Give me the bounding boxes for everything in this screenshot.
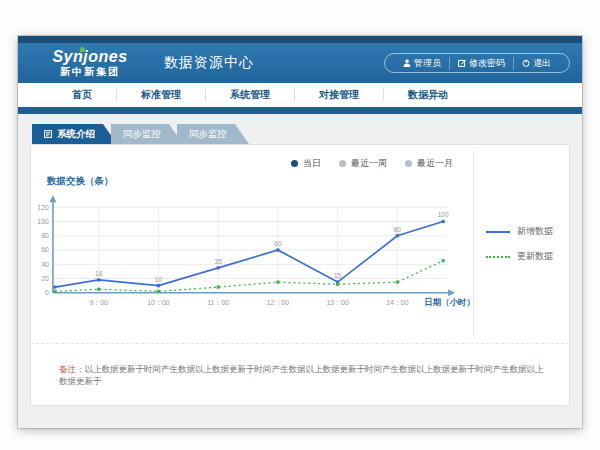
svg-text:100: 100 xyxy=(438,211,449,218)
document-icon xyxy=(44,129,52,140)
radio-today[interactable]: 当日 xyxy=(291,157,321,170)
radio-label: 最近一月 xyxy=(417,157,453,170)
logo-text: Synjones xyxy=(30,49,150,65)
tab-bar: 系统介绍 同步监控 同步监控 xyxy=(30,124,570,144)
logo-leaf-icon xyxy=(80,47,85,52)
window-top-strip xyxy=(18,36,582,43)
note-text: 以上数据更新于时间产生数据以上数据更新于时间产生数据以上数据更新于时间产生数据以… xyxy=(59,364,544,386)
change-password-button[interactable]: 修改密码 xyxy=(449,57,513,70)
svg-text:100: 100 xyxy=(37,218,49,225)
legend-label: 更新数据 xyxy=(517,250,553,263)
nav-item-data-changes[interactable]: 数据异动 xyxy=(384,88,472,102)
admin-label: 管理员 xyxy=(414,57,441,70)
radio-label: 当日 xyxy=(303,157,321,170)
radio-unselected-icon xyxy=(339,160,346,167)
chart-card: 当日 最近一周 最近一月 数据交换（条） 0204060801 xyxy=(30,144,570,406)
tab-label: 系统介绍 xyxy=(57,128,95,141)
footer-gap xyxy=(30,406,570,426)
svg-text:60: 60 xyxy=(274,240,282,247)
legend-updated-data: 更新数据 xyxy=(486,250,569,263)
blue-line-icon xyxy=(486,231,510,233)
power-icon xyxy=(522,59,530,67)
svg-text:14：00: 14：00 xyxy=(386,299,409,306)
company-logo: Synjones 新中新集团 xyxy=(30,49,150,77)
line-chart: 0204060801001209：0010：0011：0012：0013：001… xyxy=(37,193,475,311)
legend-label: 新增数据 xyxy=(517,225,553,238)
svg-text:120: 120 xyxy=(37,204,49,211)
svg-text:18: 18 xyxy=(95,270,103,277)
nav-item-standards[interactable]: 标准管理 xyxy=(117,88,205,102)
chart-wrapper: 0204060801001209：0010：0011：0012：0013：001… xyxy=(37,193,475,315)
radio-unselected-icon xyxy=(405,160,412,167)
change-password-label: 修改密码 xyxy=(469,57,505,70)
logo-subtitle: 新中新集团 xyxy=(30,67,150,77)
radio-last-month[interactable]: 最近一月 xyxy=(405,157,453,170)
app-window: Synjones 新中新集团 数据资源中心 管理员 修改密码 xyxy=(18,36,582,428)
edit-icon xyxy=(458,59,466,67)
svg-text:60: 60 xyxy=(41,246,49,253)
nav-item-system[interactable]: 系统管理 xyxy=(206,88,294,102)
main-nav: 首页 标准管理 系统管理 对接管理 数据异动 xyxy=(18,83,582,107)
svg-text:10：00: 10：00 xyxy=(147,299,170,306)
svg-text:35: 35 xyxy=(215,258,223,265)
svg-text:80: 80 xyxy=(41,232,49,239)
svg-text:12：00: 12：00 xyxy=(267,299,290,306)
svg-text:10: 10 xyxy=(155,276,163,283)
app-header: Synjones 新中新集团 数据资源中心 管理员 修改密码 xyxy=(18,43,582,83)
chart-section: 当日 最近一周 最近一月 数据交换（条） 0204060801 xyxy=(31,145,569,343)
svg-text:20: 20 xyxy=(41,275,49,282)
y-axis-title: 数据交换（条） xyxy=(47,175,114,188)
nav-item-home[interactable]: 首页 xyxy=(48,88,116,102)
chart-legend: 新增数据 更新数据 xyxy=(473,151,569,337)
nav-item-interface[interactable]: 对接管理 xyxy=(295,88,383,102)
radio-label: 最近一周 xyxy=(351,157,387,170)
admin-user-button[interactable]: 管理员 xyxy=(395,57,449,70)
tab-label: 同步监控 xyxy=(189,128,227,141)
user-icon xyxy=(403,59,411,67)
radio-last-week[interactable]: 最近一周 xyxy=(339,157,387,170)
svg-text:15: 15 xyxy=(334,272,342,279)
time-range-selector: 当日 最近一周 最近一月 xyxy=(291,157,453,170)
page-background: Synjones 新中新集团 数据资源中心 管理员 修改密码 xyxy=(0,0,600,450)
svg-text:80: 80 xyxy=(394,226,402,233)
svg-text:0: 0 xyxy=(45,289,49,296)
tab-sync-monitor-2[interactable]: 同步监控 xyxy=(177,124,249,144)
logout-button[interactable]: 退出 xyxy=(513,57,559,70)
tab-sync-monitor-1[interactable]: 同步监控 xyxy=(111,124,183,144)
note-label: 备注： xyxy=(59,364,85,374)
svg-text:9：00: 9：00 xyxy=(89,299,108,306)
page-title: 数据资源中心 xyxy=(164,54,254,72)
green-dotted-line-icon xyxy=(486,256,510,258)
logout-label: 退出 xyxy=(533,57,551,70)
svg-text:13：00: 13：00 xyxy=(326,299,349,306)
radio-selected-icon xyxy=(291,160,298,167)
tab-system-intro[interactable]: 系统介绍 xyxy=(32,124,117,144)
legend-new-data: 新增数据 xyxy=(486,225,569,238)
note-section: 备注：以上数据更新于时间产生数据以上数据更新于时间产生数据以上数据更新于时间产生… xyxy=(31,343,569,405)
nav-underline-bar xyxy=(18,107,582,114)
user-menu: 管理员 修改密码 退出 xyxy=(384,53,570,73)
tab-label: 同步监控 xyxy=(123,128,161,141)
svg-text:11：00: 11：00 xyxy=(207,299,229,306)
svg-text:日期（小时）: 日期（小时） xyxy=(424,297,475,307)
svg-text:40: 40 xyxy=(41,261,49,268)
content-area: 系统介绍 同步监控 同步监控 当日 xyxy=(18,114,582,426)
